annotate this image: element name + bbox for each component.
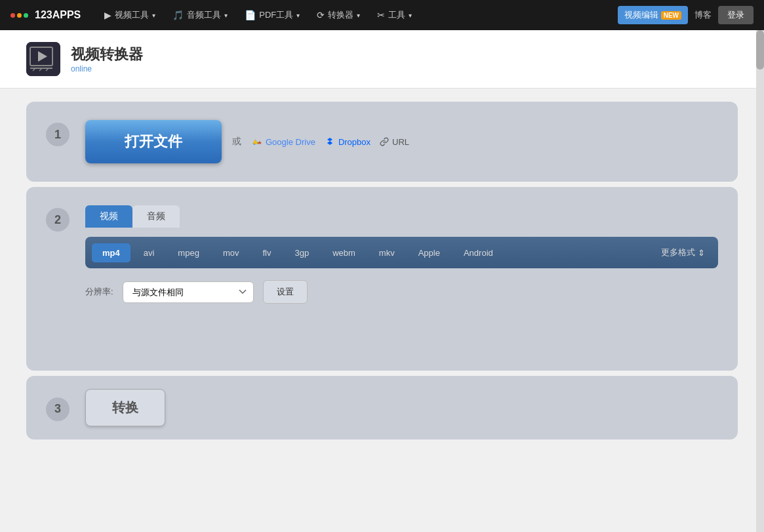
open-file-button[interactable]: 打开文件	[85, 120, 222, 163]
step1-panel: 1 打开文件 或 Google Drive	[26, 102, 738, 182]
resolution-label: 分辨率:	[85, 286, 113, 298]
logo-text[interactable]: 123APPS	[35, 9, 81, 21]
tab-audio[interactable]: 音频	[132, 205, 180, 228]
format-apple[interactable]: Apple	[408, 243, 451, 262]
format-android[interactable]: Android	[453, 243, 504, 262]
dot-red	[10, 13, 15, 18]
link-icon	[380, 137, 389, 146]
tools-icon: ✂	[377, 10, 385, 20]
video-converter-icon	[26, 42, 60, 76]
navbar: 123APPS ▶ 视频工具 ▾ 🎵 音频工具 ▾ 📄 PDF工具 ▾ ⟳ 转换…	[0, 0, 764, 30]
google-drive-icon	[252, 136, 262, 147]
app-title-block: 视频转换器 online	[71, 45, 143, 73]
step1-content: 打开文件 或 Google Drive	[85, 120, 718, 163]
chevron-down-icon: ▾	[152, 12, 155, 19]
chevron-down-icon-3: ▾	[296, 12, 300, 19]
video-edit-button[interactable]: 视频编辑 NEW	[618, 6, 688, 24]
nav-audio-tools[interactable]: 🎵 音频工具 ▾	[166, 0, 234, 30]
resolution-select[interactable]: 与源文件相同 1920×1080 1280×720 854×480 640×36…	[123, 281, 254, 303]
google-drive-label: Google Drive	[266, 137, 315, 147]
navbar-right: 视频编辑 NEW 博客 登录	[618, 6, 754, 24]
url-option[interactable]: URL	[380, 137, 409, 147]
more-formats-label: 更多格式	[661, 247, 695, 258]
main-content: 1 打开文件 或 Google Drive	[0, 89, 764, 453]
or-text: 或	[232, 136, 241, 148]
scrollbar[interactable]	[756, 30, 764, 532]
nav-converter[interactable]: ⟳ 转换器 ▾	[310, 0, 367, 30]
cloud-options: Google Drive Dropbox	[252, 136, 409, 147]
chevron-down-icon-5: ▾	[409, 12, 412, 19]
video-edit-label: 视频编辑	[624, 9, 658, 21]
chevron-down-icon-2: ▾	[224, 12, 228, 19]
scroll-thumb[interactable]	[756, 30, 764, 70]
format-3gp[interactable]: 3gp	[284, 243, 319, 262]
new-badge: NEW	[661, 11, 681, 20]
url-label: URL	[392, 137, 409, 147]
format-mkv[interactable]: mkv	[369, 243, 405, 262]
settings-button[interactable]: 设置	[263, 280, 308, 304]
dot-green	[24, 13, 28, 18]
nav-pdf-tools[interactable]: 📄 PDF工具 ▾	[238, 0, 306, 30]
dropbox-label: Dropbox	[338, 137, 371, 147]
step2-panel: 2 视频 音频 mp4 avi mpeg mov flv 3gp webm mk…	[26, 187, 738, 371]
nav-video-tools-label: 视频工具	[115, 9, 149, 21]
google-drive-option[interactable]: Google Drive	[252, 136, 315, 147]
dot-yellow	[17, 13, 22, 18]
format-bar: mp4 avi mpeg mov flv 3gp webm mkv Apple …	[85, 237, 718, 268]
format-webm[interactable]: webm	[322, 243, 366, 262]
nav-audio-tools-label: 音频工具	[187, 9, 221, 21]
nav-converter-label: 转换器	[328, 9, 353, 21]
step2-content: 视频 音频 mp4 avi mpeg mov flv 3gp webm mkv …	[85, 205, 718, 304]
nav-video-tools[interactable]: ▶ 视频工具 ▾	[98, 0, 162, 30]
app-icon	[26, 42, 60, 76]
video-tools-icon: ▶	[104, 10, 111, 20]
tabs-row: 视频 音频	[85, 205, 718, 228]
format-mpeg[interactable]: mpeg	[167, 243, 210, 262]
resolution-row: 分辨率: 与源文件相同 1920×1080 1280×720 854×480 6…	[85, 280, 718, 304]
convert-button[interactable]: 转换	[85, 389, 165, 426]
navbar-left: 123APPS ▶ 视频工具 ▾ 🎵 音频工具 ▾ 📄 PDF工具 ▾ ⟳ 转换…	[10, 0, 418, 30]
format-flv[interactable]: flv	[252, 243, 281, 262]
page-header: 视频转换器 online	[0, 30, 764, 89]
logo-dots	[10, 13, 28, 18]
step2-number: 2	[46, 208, 70, 232]
dropbox-option[interactable]: Dropbox	[325, 136, 371, 147]
nav-tools[interactable]: ✂ 工具 ▾	[371, 0, 418, 30]
nav-pdf-tools-label: PDF工具	[259, 9, 293, 21]
converter-icon: ⟳	[317, 10, 325, 20]
format-avi[interactable]: avi	[133, 243, 165, 262]
step3-panel: 3 转换	[26, 376, 738, 440]
chevron-down-icon-4: ▾	[357, 12, 360, 19]
tab-video[interactable]: 视频	[85, 205, 132, 228]
app-title: 视频转换器	[71, 45, 143, 64]
format-mp4[interactable]: mp4	[92, 243, 131, 262]
dropbox-icon	[325, 136, 335, 147]
step3-number: 3	[46, 398, 70, 421]
more-formats[interactable]: 更多格式 ⇕	[654, 242, 712, 263]
audio-tools-icon: 🎵	[172, 10, 184, 20]
app-subtitle: online	[71, 64, 143, 73]
step1-row: 打开文件 或 Google Drive	[85, 120, 718, 163]
blog-link[interactable]: 博客	[694, 9, 712, 21]
more-formats-icon: ⇕	[698, 248, 705, 258]
login-button[interactable]: 登录	[718, 6, 754, 24]
nav-tools-label: 工具	[388, 9, 405, 21]
step1-number: 1	[46, 123, 70, 146]
format-mov[interactable]: mov	[212, 243, 250, 262]
pdf-icon: 📄	[245, 10, 256, 20]
